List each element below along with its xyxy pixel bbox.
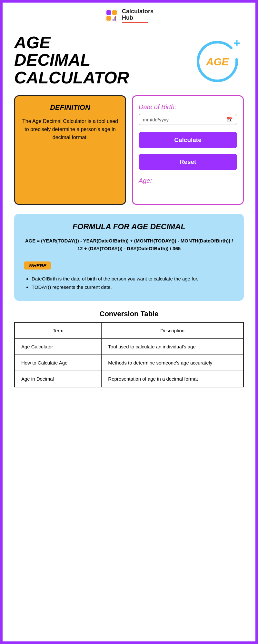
cell-desc-1: Methods to determine someone's age accur…	[102, 355, 243, 371]
calculator-box: Date of Birth: mm/dd/yyyy 📅 Calculate Re…	[132, 95, 244, 205]
svg-rect-1	[106, 10, 111, 15]
hero-title: AGE DECIMAL CALCULATOR	[14, 34, 186, 87]
table-row: How to Calculate AgeMethods to determine…	[15, 355, 243, 371]
two-col-section: DEFINITION The Age Decimal Calculator is…	[3, 90, 255, 211]
dob-label: Date of Birth:	[139, 103, 176, 111]
formula-list: DateOfBirth is the date of birth of the …	[24, 275, 234, 291]
svg-text:+: +	[233, 36, 240, 50]
calendar-icon: 📅	[227, 117, 233, 122]
age-output-label: Age:	[139, 177, 152, 185]
svg-rect-4	[113, 19, 114, 21]
cell-term-1: How to Calculate Age	[15, 355, 102, 371]
hero-title-line1: AGE	[14, 34, 186, 52]
dob-input-display[interactable]: mm/dd/yyyy 📅	[139, 114, 237, 125]
table-title: Conversion Table	[14, 310, 244, 318]
svg-rect-2	[112, 10, 117, 15]
table-row: Age CalculatorTool used to calculate an …	[15, 339, 243, 355]
formula-section: FORMULA FOR AGE DECIMAL AGE = (YEAR(TODA…	[14, 214, 244, 301]
formula-text: AGE = (YEAR(TODAY()) - YEAR(DateOfBirth)…	[24, 237, 234, 252]
definition-text: The Age Decimal Calculator is a tool use…	[21, 118, 119, 141]
header: Calculators Hub	[3, 3, 255, 26]
logo-underline	[122, 22, 148, 23]
svg-text:AGE: AGE	[206, 56, 229, 68]
formula-bullet-2: TODAY() represents the current date.	[32, 283, 234, 291]
cell-desc-2: Representation of age in a decimal forma…	[102, 371, 243, 387]
hero-section: AGE DECIMAL CALCULATOR + AGE	[3, 26, 255, 90]
calculate-button[interactable]: Calculate	[139, 132, 237, 148]
formula-title: FORMULA FOR AGE DECIMAL	[24, 222, 234, 231]
hero-title-line2: DECIMAL	[14, 51, 186, 69]
hero-title-line3: CALCULATOR	[14, 69, 186, 87]
svg-rect-6	[115, 16, 116, 21]
where-badge: WHERE	[24, 261, 51, 270]
logo-text: Calculators Hub	[122, 8, 154, 23]
definition-title: DEFINITION	[50, 103, 90, 112]
svg-rect-5	[114, 17, 115, 21]
cell-desc-0: Tool used to calculate an individual's a…	[102, 339, 243, 355]
logo-line2: Hub	[122, 15, 154, 21]
reset-button[interactable]: Reset	[139, 154, 237, 170]
logo-line1: Calculators	[122, 8, 154, 15]
formula-bullet-1: DateOfBirth is the date of birth of the …	[32, 275, 234, 283]
dob-placeholder: mm/dd/yyyy	[143, 117, 169, 122]
cell-term-2: Age in Decimal	[15, 371, 102, 387]
svg-rect-3	[106, 16, 111, 21]
age-circle-graphic: + AGE	[192, 34, 244, 86]
cell-term-0: Age Calculator	[15, 339, 102, 355]
conversion-table: Term Description Age CalculatorTool used…	[14, 322, 244, 387]
table-row: Age in DecimalRepresentation of age in a…	[15, 371, 243, 387]
definition-box: DEFINITION The Age Decimal Calculator is…	[14, 95, 126, 205]
table-header-row: Term Description	[15, 322, 243, 339]
logo-icon	[104, 8, 119, 23]
col-header-desc: Description	[102, 322, 243, 339]
col-header-term: Term	[15, 322, 102, 339]
table-section: Conversion Table Term Description Age Ca…	[3, 307, 255, 397]
